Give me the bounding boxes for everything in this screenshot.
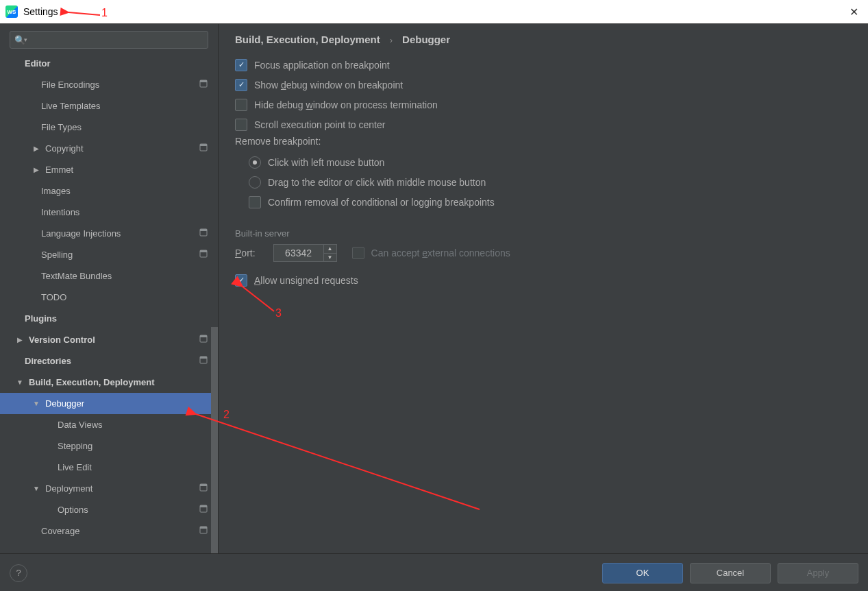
label-show-debug-window: Show debug window on breakpoint: [254, 80, 403, 91]
expand-arrow-icon: ▼: [15, 378, 25, 386]
expand-arrow-icon: ▶: [15, 336, 25, 343]
checkbox-show-debug-window[interactable]: [235, 79, 247, 91]
checkbox-allow-unsigned[interactable]: [235, 274, 247, 287]
radio-click-middle[interactable]: [249, 176, 261, 189]
chevron-right-icon: ›: [390, 36, 393, 45]
cancel-button[interactable]: Cancel: [690, 563, 771, 583]
radio-click-left[interactable]: [249, 156, 261, 169]
tree-node-spelling[interactable]: Spelling: [0, 244, 218, 265]
project-config-icon: [197, 143, 210, 154]
tree-node-plugins[interactable]: Plugins: [0, 308, 218, 329]
tree-node-directories[interactable]: Directories: [0, 350, 218, 372]
checkbox-scroll-to-center[interactable]: [235, 119, 247, 131]
svg-rect-1: [200, 80, 207, 82]
help-button[interactable]: ?: [10, 564, 27, 582]
body: 🔍 ▾ EditorFile EncodingsLive TemplatesFi…: [0, 24, 868, 553]
tree-label: Debugger: [45, 398, 197, 409]
tree-label: Directories: [25, 356, 197, 366]
tree-node-live-edit[interactable]: Live Edit: [0, 457, 218, 478]
tree-node-deployment[interactable]: ▼Deployment: [0, 478, 218, 499]
tree-label: Live Templates: [41, 101, 197, 111]
checkbox-confirm-removal[interactable]: [249, 196, 261, 208]
label-click-left: Click with left mouse button: [268, 157, 384, 168]
tree-node-todo[interactable]: TODO: [0, 287, 218, 308]
tree-label: TODO: [41, 292, 197, 302]
label-allow-unsigned: Allow unsigned requests: [254, 275, 358, 286]
svg-rect-11: [200, 357, 207, 359]
footer: ? OK Cancel Apply: [0, 553, 868, 591]
svg-rect-9: [200, 335, 207, 337]
titlebar: WS Settings ✕: [0, 0, 868, 24]
tree-node-debugger[interactable]: ▼Debugger: [0, 393, 218, 414]
label-focus-on-breakpoint: Focus application on breakpoint: [254, 60, 390, 71]
expand-arrow-icon: ▶: [32, 166, 41, 173]
tree-node-textmate-bundles[interactable]: TextMate Bundles: [0, 265, 218, 287]
project-config-icon: [197, 80, 210, 90]
checkbox-hide-debug-window[interactable]: [235, 99, 247, 111]
label-scroll-to-center: Scroll execution point to center: [254, 119, 385, 130]
tree-label: File Encodings: [41, 80, 197, 90]
checkbox-focus-on-breakpoint[interactable]: [235, 59, 247, 71]
tree-node-emmet[interactable]: ▶Emmet: [0, 159, 218, 180]
tree-node-images[interactable]: Images: [0, 180, 218, 202]
scrollbar-thumb[interactable]: [211, 327, 218, 553]
sidebar: 🔍 ▾ EditorFile EncodingsLive TemplatesFi…: [0, 24, 219, 553]
window-title: Settings: [23, 6, 58, 17]
tree-node-language-injections[interactable]: Language Injections: [0, 223, 218, 244]
tree-label: Build, Execution, Deployment: [29, 377, 197, 387]
tree-node-live-templates[interactable]: Live Templates: [0, 95, 218, 117]
port-label: Port:: [235, 248, 256, 258]
tree-label: Language Injections: [41, 228, 197, 239]
spinner-down-icon[interactable]: ▼: [324, 254, 336, 262]
search-dropdown-icon: ▾: [24, 36, 27, 43]
app-logo-icon: WS: [5, 5, 18, 18]
project-config-icon: [197, 335, 210, 345]
content-pane: Build, Execution, Deployment › Debugger …: [219, 24, 868, 553]
breadcrumb-root: Build, Execution, Deployment: [235, 34, 380, 45]
tree-node-intentions[interactable]: Intentions: [0, 202, 218, 223]
tree-node-stepping[interactable]: Stepping: [0, 435, 218, 457]
tree-node-data-views[interactable]: Data Views: [0, 414, 218, 435]
svg-rect-15: [200, 505, 207, 507]
svg-rect-7: [200, 250, 207, 252]
tree-label: Version Control: [29, 335, 197, 345]
expand-arrow-icon: ▼: [32, 485, 41, 492]
label-confirm-removal: Confirm removal of conditional or loggin…: [268, 197, 495, 208]
tree-label: Intentions: [41, 207, 197, 217]
label-accept-external: Can accept external connections: [371, 248, 510, 258]
tree-label: Data Views: [58, 420, 197, 430]
svg-rect-3: [200, 144, 207, 146]
expand-arrow-icon: ▼: [32, 400, 41, 407]
breadcrumb-leaf: Debugger: [402, 34, 450, 45]
tree-node-coverage[interactable]: Coverage: [0, 520, 218, 542]
tree-node-file-types[interactable]: File Types: [0, 117, 218, 138]
tree-label: Emmet: [45, 165, 197, 175]
svg-rect-5: [200, 229, 207, 231]
checkbox-accept-external[interactable]: [352, 247, 364, 259]
tree-node-copyright[interactable]: ▶Copyright: [0, 138, 218, 159]
close-icon[interactable]: ✕: [845, 1, 863, 23]
search-input[interactable]: 🔍 ▾: [10, 31, 208, 49]
tree-label: Spelling: [41, 250, 197, 260]
tree-label: Stepping: [58, 441, 197, 451]
label-click-middle: Drag to the editor or click with middle …: [268, 177, 486, 188]
expand-arrow-icon: ▶: [32, 145, 41, 152]
tree-label: Live Edit: [58, 462, 197, 472]
tree-node-build-execution-deployment[interactable]: ▼Build, Execution, Deployment: [0, 372, 218, 393]
apply-button[interactable]: Apply: [778, 563, 858, 583]
ok-button[interactable]: OK: [602, 563, 683, 583]
remove-breakpoint-label: Remove breakpoint:: [235, 136, 852, 147]
tree-label: Images: [41, 186, 197, 196]
tree-node-file-encodings[interactable]: File Encodings: [0, 74, 218, 95]
port-spinner[interactable]: ▲ ▼: [273, 244, 337, 262]
settings-tree[interactable]: EditorFile EncodingsLive TemplatesFile T…: [0, 53, 218, 553]
spinner-up-icon[interactable]: ▲: [324, 245, 336, 254]
tree-node-editor[interactable]: Editor: [0, 53, 218, 74]
tree-node-options[interactable]: Options: [0, 499, 218, 520]
tree-label: Copyright: [45, 143, 197, 154]
project-config-icon: [197, 250, 210, 260]
project-config-icon: [197, 505, 210, 515]
tree-node-version-control[interactable]: ▶Version Control: [0, 329, 218, 350]
port-input[interactable]: [274, 245, 323, 261]
tree-label: TextMate Bundles: [41, 271, 197, 281]
